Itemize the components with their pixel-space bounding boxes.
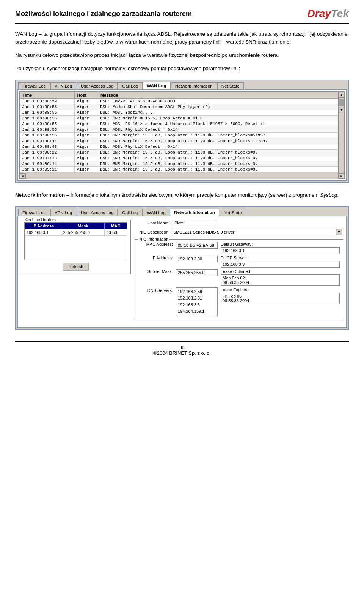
table-row: Jan 1 00:08:55VigorDSL: SNR Margin = 15.… — [20, 115, 338, 121]
tab-network-info[interactable]: Network Infomation — [171, 82, 217, 89]
logo-tek: Tek — [331, 8, 349, 19]
router-mac: 00-50- — [105, 229, 127, 235]
lease-expires-value: Fri Feb 06 08:58:36 2004 — [221, 293, 340, 304]
dns-servers-row: DNS Servers: 192.168.2.59 192.168.2.81 1… — [138, 287, 340, 316]
net-right-panel: Host Name: Piotr NIC Description: 5MC121… — [135, 220, 343, 324]
hscroll-track[interactable] — [25, 174, 339, 178]
scroll-up-arrow[interactable]: ▲ — [339, 92, 344, 98]
tab2-vpn-log[interactable]: VPN Log — [50, 209, 76, 216]
tab2-call-log[interactable]: Call Log — [118, 209, 142, 216]
page-header: Możliwości lokalnego i zdalnego zarządza… — [15, 8, 349, 24]
scroll-thumb[interactable] — [339, 99, 344, 106]
dns-servers-value: 192.168.2.59 192.168.2.81 192.168.3.3 19… — [176, 287, 218, 316]
nic-desc-select[interactable]: 5MC1211 Series NDIS 5.0 driver ▼ — [173, 228, 343, 236]
nic-info-group: NIC Information MAC Address: 00-10-B5-F2… — [135, 239, 343, 321]
table-row: Jan 1 00:08:59VigorDSL: CMV->STAT.status… — [20, 98, 338, 104]
table-row: Jan 1 00:08:43VigorDSL: ADSL Phy LoX Def… — [20, 144, 338, 149]
tab-firewall-log[interactable]: Firewall Log — [18, 82, 50, 89]
tab2-firewall-log[interactable]: Firewall Log — [18, 209, 50, 216]
page-footer: 6 ©2004 BRINET Sp. z o. o. — [15, 341, 349, 356]
mac-address-label: MAC Address: — [138, 242, 176, 246]
wan-log-scroll-wrapper: Time Host Message Jan 1 00:08:59VigorDSL… — [19, 91, 345, 173]
tab2-wan-log[interactable]: WAN Log — [143, 209, 170, 216]
wan-log-vscrollbar[interactable]: ▲ ▼ — [339, 91, 345, 173]
tab2-network-info[interactable]: Network Infomation — [170, 209, 219, 216]
net-info-panel: Firewall Log VPN Log User Access Log Cal… — [15, 206, 349, 330]
col-message: Message — [98, 92, 338, 98]
logo-dray: Dray — [308, 8, 331, 19]
section2-text: Network Information – informacje o lokal… — [15, 191, 349, 199]
host-name-label: Host Name: — [135, 221, 173, 225]
table-row: Jan 1 00:08:22VigorDSL: SNR Margin: 15.5… — [20, 149, 338, 155]
hscroll-left-arrow[interactable]: ◄ — [19, 173, 25, 179]
section2-title: Network Information — [15, 192, 65, 198]
nic-desc-label: NIC Description: — [135, 230, 173, 234]
syslog-text: SysLog — [320, 192, 337, 198]
router-mask: 255.255.255.0 — [61, 229, 105, 235]
router-col-mac: MAC — [105, 223, 127, 229]
wan-log-hscrollbar[interactable]: ◄ ► — [19, 173, 345, 179]
default-gateway-label: Default Gateway: — [221, 242, 340, 246]
net-info-content: On Line Routers IP Address Mask MAC — [17, 216, 347, 328]
dns-servers-label: DNS Servers: — [138, 287, 176, 293]
wan-log-tab-bar: Firewall Log VPN Log User Access Log Cal… — [17, 82, 347, 89]
table-row: Jan 1 00:08:55VigorDSL: ADSL ES=16 > all… — [20, 121, 338, 127]
page-number: 6 — [15, 345, 349, 350]
table-row: Jan 1 00:07:18VigorDSL: SNR Margin: 15.5… — [20, 155, 338, 161]
scroll-down-arrow[interactable]: ▼ — [339, 107, 344, 113]
subnet-mask-value: 255.255.255.0 — [176, 269, 218, 276]
tab-wan-log[interactable]: WAN Log — [143, 82, 171, 89]
page-title: Możliwości lokalnego i zdalnego zarządza… — [15, 10, 192, 18]
ip-address-value: 192.168.3.30 — [176, 256, 218, 262]
copyright: ©2004 BRINET Sp. z o. o. — [15, 350, 349, 356]
wan-log-table: Time Host Message Jan 1 00:08:59VigorDSL… — [20, 92, 338, 173]
col-time: Time — [20, 92, 75, 98]
wan-log-panel: Firewall Log VPN Log User Access Log Cal… — [15, 80, 349, 183]
online-routers-group: On Line Routers IP Address Mask MAC — [21, 220, 131, 274]
router-scroll-area[interactable]: IP Address Mask MAC 192.168.3.1 255.255.… — [24, 222, 127, 260]
router-col-ip: IP Address — [25, 223, 61, 229]
mac-address-row: MAC Address: 00-10-B5-F2-EA-58 Default G… — [138, 242, 340, 254]
dhcp-server-label: DHCP Server: — [221, 256, 340, 260]
table-row: Jan 1 00:08:44VigorDSL: SNR Margin: 15.5… — [20, 138, 338, 144]
tab-call-log[interactable]: Call Log — [118, 82, 142, 89]
routers-table: IP Address Mask MAC 192.168.3.1 255.255.… — [25, 223, 127, 236]
subnet-mask-row: Subnet Mask: 255.255.255.0 Lease Obtaine… — [138, 269, 340, 286]
section1-intro: WAN Log – ta grupa informacji dotyczy fu… — [15, 30, 349, 46]
net-left-panel: On Line Routers IP Address Mask MAC — [21, 220, 131, 324]
tab-net-state[interactable]: Net State — [217, 82, 244, 89]
section1-sync-desc: Po uzyskaniu synchronizacji następuje no… — [15, 65, 349, 73]
default-gateway-value: 192.168.3.1 — [221, 247, 340, 254]
host-name-value[interactable]: Piotr — [173, 220, 218, 226]
table-row: Jan 1 00:08:55VigorDSL: ADSL Phy LoX Def… — [20, 127, 338, 132]
tab2-net-state[interactable]: Net State — [220, 209, 246, 216]
table-row: Jan 1 00:08:55VigorDSL: SNR Margin: 15.5… — [20, 132, 338, 138]
nic-desc-dropdown-arrow[interactable]: ▼ — [336, 229, 342, 235]
subnet-mask-label: Subnet Mask: — [138, 269, 176, 274]
tab2-user-access-log[interactable]: User Access Log — [77, 209, 118, 216]
wan-log-content: Time Host Message Jan 1 00:08:59VigorDSL… — [17, 89, 347, 181]
online-routers-title: On Line Routers — [24, 217, 57, 222]
dhcp-server-value: 192.168.3.3 — [221, 261, 340, 268]
nic-desc-value: 5MC1211 Series NDIS 5.0 driver — [174, 230, 234, 234]
table-row: 192.168.3.1 255.255.255.0 00-50- — [25, 229, 127, 235]
ip-address-label: IP Address: — [138, 256, 176, 260]
tab-user-access-log[interactable]: User Access Log — [77, 82, 118, 89]
mac-address-value: 00-10-B5-F2-EA-58 — [176, 242, 218, 249]
lease-expires-label: Lease Expires: — [221, 287, 340, 292]
router-ip: 192.168.3.1 — [25, 229, 61, 235]
refresh-button[interactable]: Refresh — [63, 262, 89, 271]
logo: DrayTek — [308, 8, 349, 20]
lease-obtained-label: Lease Obtained: — [221, 269, 340, 274]
lease-obtained-value: Mon Feb 02 08:58:36 2004 — [221, 274, 340, 286]
ip-address-row: IP Address: 192.168.3.30 DHCP Server: 19… — [138, 256, 340, 268]
tab-vpn-log[interactable]: VPN Log — [50, 82, 76, 89]
host-name-row: Host Name: Piotr — [135, 220, 343, 226]
nic-desc-row: NIC Description: 5MC1211 Series NDIS 5.0… — [135, 228, 343, 236]
hscroll-right-arrow[interactable]: ► — [339, 173, 345, 179]
table-row: Jan 1 00:08:56VigorDSL: Modem Shut Down … — [20, 104, 338, 110]
net-panel-content: On Line Routers IP Address Mask MAC — [19, 218, 345, 326]
table-row: Jan 1 00:08:55VigorDSL: ADSL Booting....… — [20, 110, 338, 115]
wan-log-scroll-area[interactable]: Time Host Message Jan 1 00:08:59VigorDSL… — [19, 91, 339, 173]
net-info-tab-bar: Firewall Log VPN Log User Access Log Cal… — [17, 209, 347, 216]
